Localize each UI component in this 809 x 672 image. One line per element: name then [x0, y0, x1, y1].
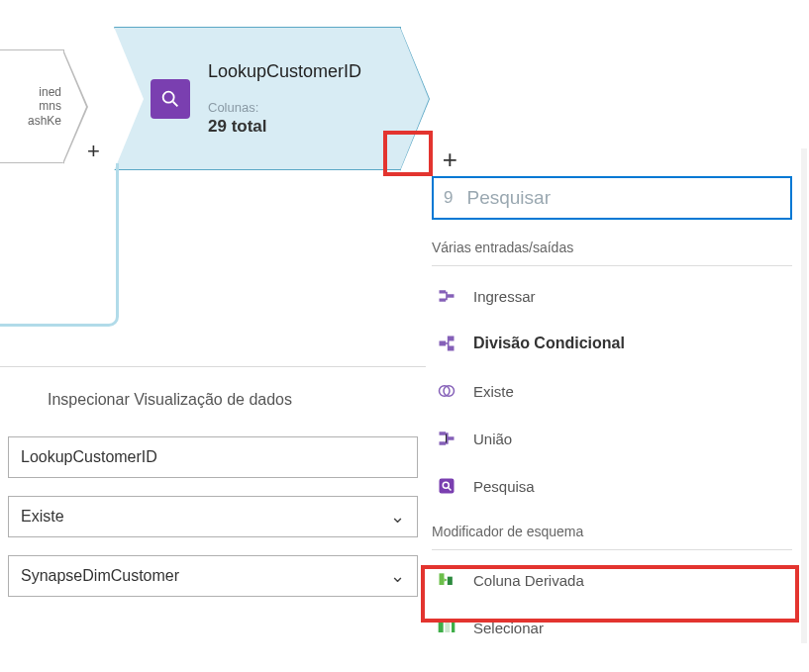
- svg-rect-9: [439, 623, 444, 632]
- section-schema-mod: Modificador de esquema: [432, 520, 792, 550]
- svg-rect-7: [440, 573, 445, 585]
- svg-rect-4: [440, 479, 455, 494]
- connector-line: [116, 163, 119, 275]
- menu-union[interactable]: União: [432, 415, 792, 462]
- lookup-icon: [151, 79, 190, 119]
- menu-label: Divisão Condicional: [473, 335, 625, 352]
- svg-line-1: [173, 101, 178, 106]
- previous-node-partial: ined mns ashKe: [0, 49, 64, 163]
- node-columns-label: Colunas:: [208, 100, 361, 115]
- chevron-down-icon: ⌄: [390, 565, 405, 587]
- union-icon: [436, 428, 457, 449]
- menu-join[interactable]: Ingressar: [432, 272, 792, 320]
- menu-select[interactable]: Selecionar: [432, 604, 792, 651]
- lookup-icon: [436, 475, 457, 497]
- derived-column-icon: [436, 569, 457, 591]
- menu-label: Existe: [473, 383, 514, 400]
- section-multi-io: Várias entradas/saídas: [432, 236, 792, 266]
- exists-select[interactable]: Existe ⌄: [8, 496, 418, 537]
- exists-select-value: Existe: [21, 508, 64, 526]
- scrollbar[interactable]: [801, 148, 807, 643]
- search-input[interactable]: 9 Pesquisar: [432, 176, 792, 220]
- add-step-plus-left[interactable]: +: [87, 139, 100, 164]
- menu-label: Pesquisa: [473, 478, 535, 495]
- select-icon: [436, 617, 457, 638]
- name-input-value: LookupCustomerID: [21, 448, 157, 466]
- menu-conditional-split[interactable]: Divisão Condicional: [432, 320, 792, 367]
- svg-rect-11: [452, 623, 455, 632]
- svg-rect-8: [448, 577, 453, 585]
- chevron-down-icon: ⌄: [390, 506, 405, 528]
- menu-label: União: [473, 431, 512, 447]
- menu-label: Selecionar: [473, 620, 544, 636]
- source-select-value: SynapseDimCustomer: [21, 567, 179, 585]
- menu-label: Ingressar: [473, 288, 536, 305]
- lookup-node[interactable]: LookupCustomerID Colunas: 29 total +: [114, 27, 401, 170]
- partial-text: ined: [39, 85, 61, 99]
- connector-line: [0, 272, 119, 327]
- partial-text: mns: [39, 99, 61, 113]
- node-title: LookupCustomerID: [208, 61, 361, 82]
- search-placeholder: Pesquisar: [466, 187, 551, 209]
- partial-text: ashKe: [28, 114, 61, 128]
- menu-label: Coluna Derivada: [473, 572, 584, 589]
- add-step-plus[interactable]: +: [443, 144, 457, 175]
- properties-panel: Inspecionar Visualização de dados Lookup…: [0, 366, 426, 615]
- join-icon: [436, 285, 457, 307]
- add-transform-popup: 9 Pesquisar Várias entradas/saídas Ingre…: [432, 176, 792, 651]
- menu-lookup[interactable]: Pesquisa: [432, 462, 792, 510]
- svg-point-0: [163, 91, 174, 102]
- source-select[interactable]: SynapseDimCustomer ⌄: [8, 555, 418, 597]
- exists-icon: [436, 380, 457, 402]
- svg-rect-10: [445, 623, 450, 632]
- tab-inspect[interactable]: Inspecionar: [48, 391, 130, 408]
- split-icon: [436, 333, 457, 354]
- menu-derived-column[interactable]: Coluna Derivada: [432, 556, 792, 604]
- search-prefix: 9: [444, 188, 453, 208]
- node-columns-count: 29 total: [208, 117, 361, 137]
- tab-dataviz[interactable]: Visualização de dados: [134, 391, 292, 408]
- menu-exists[interactable]: Existe: [432, 367, 792, 415]
- name-input[interactable]: LookupCustomerID: [8, 436, 418, 478]
